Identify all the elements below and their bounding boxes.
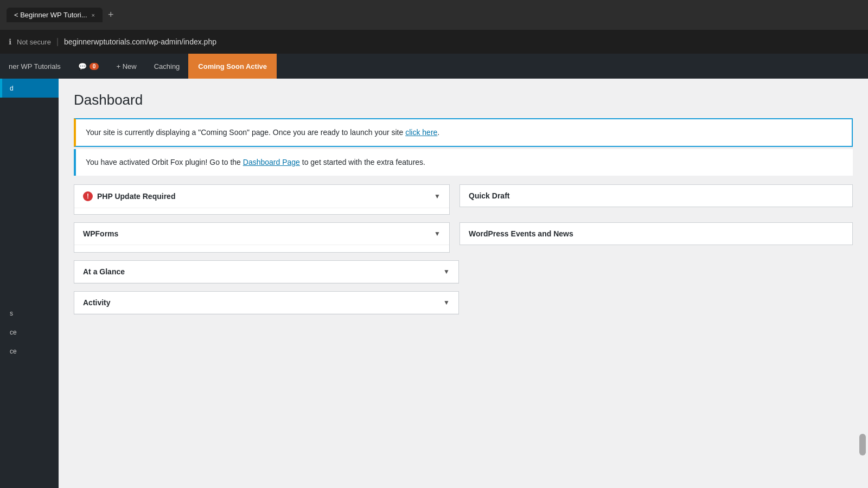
browser-chrome: < Beginner WP Tutori... × + xyxy=(0,0,868,30)
sidebar-item-dashboard[interactable]: d xyxy=(0,79,59,98)
coming-soon-button[interactable]: Coming Soon Active xyxy=(188,54,277,79)
site-name-text: ner WP Tutorials xyxy=(9,62,61,70)
sidebar: d s ce ce xyxy=(0,79,59,488)
scrollbar[interactable] xyxy=(859,434,866,455)
sidebar-bottom-3-label: ce xyxy=(10,348,17,355)
admin-bar-comments[interactable]: 💬 0 xyxy=(69,54,108,79)
admin-bar-caching[interactable]: Caching xyxy=(145,54,189,79)
sidebar-bottom-2-label: ce xyxy=(10,329,17,336)
comments-icon: 💬 xyxy=(78,62,87,70)
address-separator: | xyxy=(56,37,59,47)
security-label: Not secure xyxy=(17,38,51,46)
coming-soon-link[interactable]: click here xyxy=(405,128,437,137)
tab-title: < Beginner WP Tutori... xyxy=(14,11,87,19)
sidebar-item-bottom-3[interactable]: ce xyxy=(0,342,59,361)
php-update-title: ! PHP Update Required xyxy=(83,191,175,201)
new-label: + New xyxy=(116,62,136,70)
sidebar-item-bottom-2[interactable]: ce xyxy=(0,323,59,342)
wp-admin-bar: ner WP Tutorials 💬 0 + New Caching Comin… xyxy=(0,54,868,79)
activity-title-text: Activity xyxy=(83,298,111,307)
page-title: Dashboard xyxy=(74,92,853,108)
widgets-row-1: ! PHP Update Required ▼ Quick Draft xyxy=(74,184,853,215)
sidebar-dashboard-label: d xyxy=(10,85,14,92)
at-a-glance-title-text: At a Glance xyxy=(83,267,125,276)
widgets-row-4: Activity ▼ xyxy=(74,291,853,314)
address-bar: ℹ Not secure | beginnerwptutorials.com/w… xyxy=(0,30,868,54)
activity-widget: Activity ▼ xyxy=(74,291,459,314)
main-layout: d s ce ce Dashboard Your site is current… xyxy=(0,79,868,488)
at-a-glance-header[interactable]: At a Glance ▼ xyxy=(74,261,458,283)
sidebar-item-bottom-1[interactable]: s xyxy=(0,304,59,323)
at-a-glance-toggle[interactable]: ▼ xyxy=(443,268,450,275)
info-icon: ℹ xyxy=(9,37,11,46)
wpforms-title: WPForms xyxy=(83,229,118,238)
quick-draft-title: Quick Draft xyxy=(469,191,844,200)
wpforms-widget: WPForms ▼ xyxy=(74,222,450,253)
admin-bar-new[interactable]: + New xyxy=(107,54,145,79)
comments-count: 0 xyxy=(90,63,99,70)
wpforms-header[interactable]: WPForms ▼ xyxy=(74,223,449,245)
tab-bar: < Beginner WP Tutori... × + xyxy=(7,8,117,22)
at-a-glance-widget: At a Glance ▼ xyxy=(74,260,459,284)
coming-soon-notice-text: Your site is currently displaying a "Com… xyxy=(86,127,842,138)
at-a-glance-title: At a Glance xyxy=(83,267,125,276)
admin-bar-items: ner WP Tutorials 💬 0 + New Caching Comin… xyxy=(0,54,277,79)
wp-events-title: WordPress Events and News xyxy=(469,229,844,238)
wpforms-title-text: WPForms xyxy=(83,229,118,238)
quick-draft-widget: Quick Draft xyxy=(459,184,853,207)
wp-events-widget: WordPress Events and News xyxy=(459,222,853,245)
orbit-fox-link[interactable]: Dashboard Page xyxy=(243,158,300,166)
coming-soon-notice: Your site is currently displaying a "Com… xyxy=(74,118,853,147)
coming-soon-text: Your site is currently displaying a "Com… xyxy=(86,128,403,137)
orbit-fox-notice: You have activated Orbit Fox plugin! Go … xyxy=(74,149,853,176)
admin-bar-site-name[interactable]: ner WP Tutorials xyxy=(0,54,69,79)
orbit-fox-notice-text: You have activated Orbit Fox plugin! Go … xyxy=(86,157,843,168)
activity-header[interactable]: Activity ▼ xyxy=(74,292,458,314)
active-tab[interactable]: < Beginner WP Tutori... × xyxy=(7,8,103,22)
activity-toggle[interactable]: ▼ xyxy=(443,299,450,306)
php-update-header[interactable]: ! PHP Update Required ▼ xyxy=(74,185,449,208)
orbit-fox-text: You have activated Orbit Fox plugin! Go … xyxy=(86,158,241,166)
orbit-fox-end: to get started with the extra features. xyxy=(302,158,425,166)
php-update-widget: ! PHP Update Required ▼ xyxy=(74,184,450,215)
coming-soon-label: Coming Soon Active xyxy=(198,62,267,70)
activity-title: Activity xyxy=(83,298,111,307)
wpforms-toggle[interactable]: ▼ xyxy=(434,230,441,237)
content-area: Dashboard Your site is currently display… xyxy=(59,79,868,488)
widgets-row-3: At a Glance ▼ xyxy=(74,260,853,284)
widgets-row-2: WPForms ▼ WordPress Events and News xyxy=(74,222,853,253)
tab-close-button[interactable]: × xyxy=(92,12,95,18)
new-tab-button[interactable]: + xyxy=(105,8,117,22)
sidebar-bottom-1-label: s xyxy=(10,310,13,317)
url-display[interactable]: beginnerwptutorials.com/wp-admin/index.p… xyxy=(64,37,216,46)
error-icon: ! xyxy=(83,191,93,201)
caching-label: Caching xyxy=(154,62,180,70)
php-update-title-text: PHP Update Required xyxy=(97,192,175,201)
php-update-toggle[interactable]: ▼ xyxy=(434,192,441,200)
